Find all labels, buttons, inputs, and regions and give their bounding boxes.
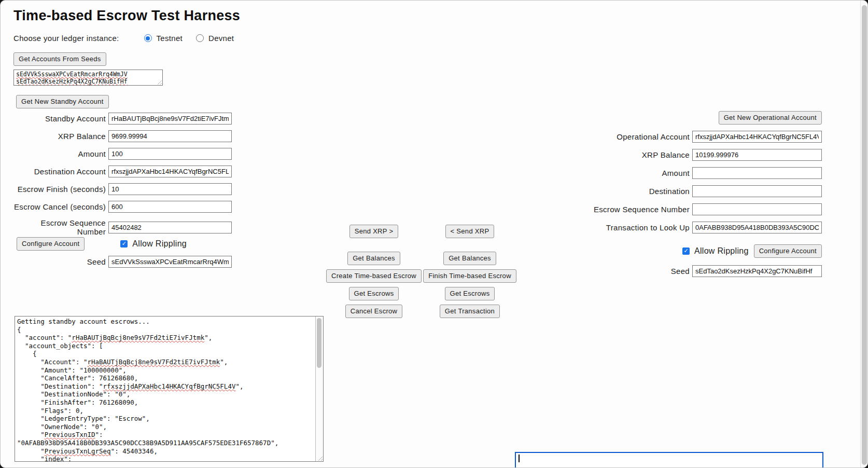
testnet-radio[interactable] (144, 34, 152, 42)
field-row: Destination Account (13, 166, 233, 177)
standby-seed-row: Seed (13, 256, 233, 268)
operational-seed-label: Seed (671, 267, 690, 276)
create-time-based-escrow-button[interactable]: Create Time-based Escrow (326, 269, 422, 283)
escrow-finish-input[interactable] (108, 183, 232, 195)
operational-results-textarea[interactable] (515, 452, 823, 468)
standby-destination-label: Destination Account (13, 167, 106, 176)
get-transaction-button[interactable]: Get Transaction (440, 305, 500, 318)
field-row: Escrow Sequence Number (13, 218, 233, 236)
field-row: Standby Account (13, 113, 233, 125)
page-scrollbar[interactable] (860, 1, 867, 467)
standby-results-text: Getting standby account escrows... { "ac… (15, 316, 315, 461)
page-scrollbar-thumb[interactable] (862, 5, 867, 465)
standby-xrp-balance-input[interactable] (108, 130, 232, 142)
escrow-finish-label: Escrow Finish (seconds) (13, 185, 106, 194)
escrow-cancel-input[interactable] (108, 201, 232, 213)
send-xrp-to-standby-button[interactable]: < Send XRP (445, 225, 495, 238)
operational-xrp-balance-input[interactable] (692, 149, 822, 161)
field-row: Transaction to Look Up (552, 222, 822, 233)
standby-account-label: Standby Account (13, 114, 106, 123)
get-accounts-from-seeds-button[interactable]: Get Accounts From Seeds (13, 52, 106, 66)
operational-xrp-balance-label: XRP Balance (552, 150, 690, 159)
field-row: Escrow Sequence Number (552, 203, 822, 215)
operational-configure-row: Allow Rippling Configure Account (682, 244, 822, 258)
ledger-instance-label: Choose your ledger instance: (13, 34, 119, 43)
get-new-operational-account-wrap: Get New Operational Account (719, 111, 822, 125)
field-row: Destination (552, 185, 822, 197)
devnet-radio[interactable] (196, 34, 204, 42)
results-scrollbar-thumb[interactable] (317, 318, 321, 368)
operational-amount-label: Amount (552, 169, 690, 177)
standby-amount-input[interactable] (108, 148, 232, 160)
ledger-instance-row: Choose your ledger instance: Testnet Dev… (13, 34, 234, 43)
standby-configure-row: Configure Account Allow Rippling (17, 237, 187, 251)
operational-allow-rippling-checkbox[interactable] (682, 247, 690, 255)
operational-actions-column: < Send XRP Get Balances Finish Time-base… (424, 225, 515, 318)
send-xrp-to-operational-button[interactable]: Send XRP > (349, 225, 399, 238)
standby-escrow-sequence-label: Escrow Sequence Number (13, 218, 106, 236)
testnet-radio-label[interactable]: Testnet (157, 34, 183, 43)
standby-results-textarea[interactable]: Getting standby account escrows... { "ac… (15, 316, 324, 462)
transaction-lookup-label: Transaction to Look Up (552, 223, 690, 232)
standby-xrp-balance-label: XRP Balance (13, 132, 106, 141)
field-row: Escrow Cancel (seconds) (13, 201, 233, 213)
operational-destination-label: Destination (552, 187, 690, 196)
standby-fields: Standby Account XRP Balance Amount Desti… (13, 113, 233, 236)
results-scrollbar[interactable] (315, 316, 323, 461)
operational-fields: Operational Account XRP Balance Amount D… (552, 131, 822, 233)
escrow-cancel-label: Escrow Cancel (seconds) (13, 202, 106, 211)
field-row: Amount (13, 148, 233, 160)
finish-time-based-escrow-button[interactable]: Finish Time-based Escrow (423, 269, 516, 283)
standby-configure-account-button[interactable]: Configure Account (17, 237, 85, 251)
operational-destination-input[interactable] (692, 185, 822, 197)
transaction-lookup-input[interactable] (692, 222, 822, 233)
get-new-operational-account-button[interactable]: Get New Operational Account (719, 111, 822, 125)
operational-seed-row: Seed (604, 265, 822, 277)
standby-account-input[interactable] (108, 113, 232, 125)
field-row: Amount (552, 167, 822, 179)
operational-get-escrows-button[interactable]: Get Escrows (445, 287, 495, 300)
operational-allow-rippling-label: Allow Rippling (694, 246, 749, 256)
devnet-radio-label[interactable]: Devnet (208, 34, 234, 43)
standby-allow-rippling-label: Allow Rippling (132, 239, 187, 249)
standby-allow-rippling-checkbox[interactable] (120, 240, 128, 247)
standby-get-escrows-button[interactable]: Get Escrows (349, 287, 399, 300)
operational-amount-input[interactable] (692, 167, 822, 179)
text-caret (519, 455, 520, 462)
operational-escrow-sequence-label: Escrow Sequence Number (552, 205, 690, 214)
field-row: Operational Account (552, 131, 822, 143)
field-row: XRP Balance (552, 149, 822, 161)
seeds-textarea[interactable]: sEdVVkSsswaXPCvEatRmcarRrq4WmJV sEdTao2d… (13, 70, 163, 86)
standby-seed-input[interactable] (108, 256, 232, 268)
operational-escrow-sequence-input[interactable] (692, 203, 822, 215)
standby-escrow-sequence-input[interactable] (108, 222, 232, 233)
field-row: Escrow Finish (seconds) (13, 183, 233, 195)
get-new-standby-account-button[interactable]: Get New Standby Account (16, 95, 109, 108)
operational-account-label: Operational Account (552, 132, 690, 141)
page-title: Time-based Escrow Test Harness (13, 8, 240, 24)
operational-account-input[interactable] (692, 131, 822, 143)
cancel-escrow-button[interactable]: Cancel Escrow (345, 305, 403, 318)
operational-configure-account-button[interactable]: Configure Account (754, 244, 822, 258)
standby-seed-label: Seed (13, 257, 106, 266)
escrow-test-harness-window: Time-based Escrow Test Harness Choose yo… (0, 0, 868, 468)
standby-actions-column: Send XRP > Get Balances Create Time-base… (328, 225, 419, 318)
operational-get-balances-button[interactable]: Get Balances (443, 252, 496, 265)
standby-get-balances-button[interactable]: Get Balances (347, 252, 400, 265)
field-row: XRP Balance (13, 130, 233, 142)
operational-seed-input[interactable] (692, 265, 822, 277)
standby-amount-label: Amount (13, 149, 106, 158)
standby-destination-input[interactable] (108, 166, 232, 177)
